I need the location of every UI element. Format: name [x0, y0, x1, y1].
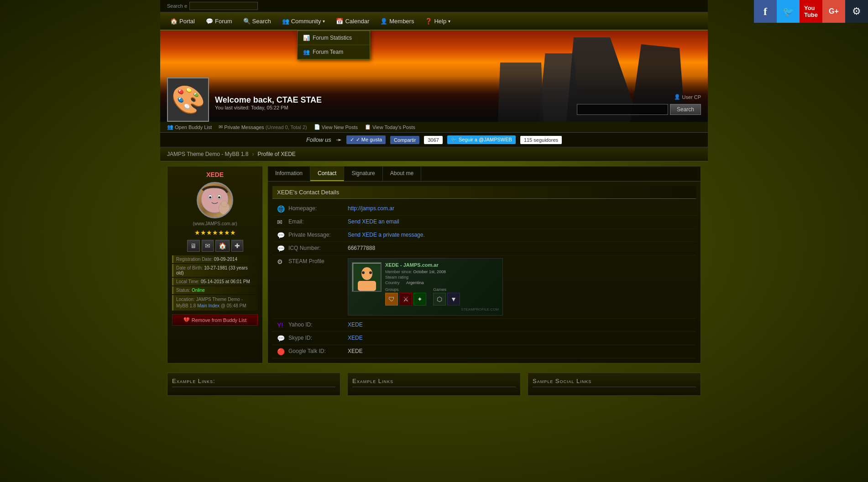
steam-info: XEDE - JAMPS.com.ar Member since: Octobe… [385, 262, 499, 311]
steam-avatar [352, 262, 382, 292]
svg-point-10 [362, 271, 365, 274]
tab-about-me[interactable]: About me [383, 166, 421, 181]
nav-search[interactable]: 🔍 Search [238, 14, 277, 28]
community-dropdown: 📊 Forum Statistics 👥 Forum Team [297, 31, 370, 60]
hero-welcome-text: Welcome back, CTAE STAE [215, 95, 322, 105]
user-cp-link[interactable]: 👤 User CP [674, 94, 701, 100]
new-posts-link[interactable]: 📄 View New Posts [314, 124, 358, 130]
skype-value[interactable]: XEDE [348, 335, 363, 341]
calendar-icon: 📅 [336, 18, 343, 25]
forum-team-icon: 👥 [303, 49, 310, 55]
remove-buddy-button[interactable]: 💔 Remove from Buddy List [172, 314, 258, 326]
hero-last-visited: You last visited: Today, 05:22 PM [215, 105, 322, 110]
example-links-2-title: Example Links [352, 378, 516, 387]
svg-rect-9 [358, 281, 376, 291]
hero-search-area: 👤 User CP Search [577, 104, 701, 115]
hero-search-button[interactable]: Search [670, 104, 701, 115]
googleplus-icon[interactable]: G+ [822, 0, 845, 23]
gtalk-row-icon: 🔴 [277, 348, 288, 355]
email-value[interactable]: Send XEDE an email [348, 218, 399, 225]
add-button[interactable]: ✚ [231, 240, 243, 252]
breadcrumb: JAMPS Theme Demo - MyBB 1.8 › Profile of… [160, 147, 708, 161]
twitter-follow-button[interactable]: 🐦 Seguir a @JAMPSWEB [447, 135, 516, 144]
location-info: Location: JAMPS Theme Demo - MyBB 1.8 Ma… [172, 295, 258, 311]
nav-portal[interactable]: 🏠 Portal [165, 14, 200, 28]
view-posts-button[interactable]: 🖥 [187, 240, 200, 252]
facebook-count: 3067 [424, 136, 442, 144]
profile-sidebar: XEDE [167, 166, 263, 363]
nav-help[interactable]: ❓ Help ▾ [419, 14, 456, 28]
steam-username: XEDE - JAMPS.com.ar [385, 262, 499, 268]
gtalk-value: XEDE [348, 348, 363, 354]
yahoo-row-icon: Y! [277, 321, 288, 329]
example-links-2-section: Example Links [347, 373, 521, 396]
main-index-link[interactable]: Main Index [197, 303, 220, 308]
profile-stars: ★★★★★★★ [172, 229, 258, 236]
nav-members[interactable]: 👤 Members [375, 14, 419, 28]
dropdown-forum-statistics[interactable]: 📊 Forum Statistics [298, 31, 370, 45]
contact-email-row: ✉ Email: Send XEDE an email [272, 216, 696, 229]
tab-contact[interactable]: Contact [310, 166, 344, 181]
dropdown-forum-team[interactable]: 👥 Forum Team [298, 45, 370, 59]
breadcrumb-separator: › [252, 151, 254, 157]
nav-calendar[interactable]: 📅 Calendar [330, 14, 375, 28]
twitter-icon[interactable]: 🐦 [777, 0, 800, 23]
steam-games: Games ⬡ ▼ [433, 287, 460, 306]
svg-point-4 [218, 196, 220, 198]
facebook-icon[interactable]: f [754, 0, 777, 23]
profile-avatar-container [172, 182, 258, 218]
facebook-like-button[interactable]: ✓ ✓ Me gusta [346, 135, 386, 144]
top-search-area: Search e [167, 2, 258, 10]
pm-value[interactable]: Send XEDE a private message. [348, 232, 425, 238]
hero-avatar: 🎨 [167, 78, 209, 122]
example-links-1-section: Example Links: [167, 373, 340, 396]
hero-search-input[interactable] [577, 104, 668, 115]
nav-community[interactable]: 👥 Community ▾ [277, 14, 331, 28]
pm-row-icon: 💬 [277, 232, 288, 239]
todays-posts-link[interactable]: 📋 View Today's Posts [365, 124, 415, 130]
homepage-row-icon: 🌐 [277, 205, 288, 212]
buddy-list-link[interactable]: 👥 Open Buddy List [167, 124, 212, 130]
steam-icon[interactable]: ⚙ [845, 0, 868, 23]
svg-point-6 [221, 200, 227, 207]
svg-point-3 [209, 196, 211, 198]
nav-forum[interactable]: 💬 Forum [200, 14, 238, 28]
pm-link[interactable]: ✉ Private Messages (Unread 0, Total 2) [219, 124, 307, 130]
youtube-icon[interactable]: YouTube [800, 0, 822, 23]
todays-posts-icon: 📋 [365, 124, 371, 130]
user-cp-icon: 👤 [674, 94, 680, 100]
soldier-4 [498, 62, 544, 122]
homepage-value[interactable]: http://jamps.com.ar [348, 205, 394, 212]
contact-gtalk-row: 🔴 Google Talk ID: XEDE [272, 345, 696, 358]
hero-banner: 🎨 Welcome back, CTAE STAE You last visit… [160, 31, 708, 122]
checkmark-icon: ✓ [350, 137, 354, 143]
contact-skype-row: 💬 Skype ID: XEDE [272, 332, 696, 345]
icq-value: 666777888 [348, 245, 375, 251]
help-icon: ❓ [425, 18, 432, 25]
dob-info: Date of Birth: 10-27-1981 (33 years old) [172, 264, 258, 277]
profile-content: Information Contact Signature About me X… [267, 166, 701, 363]
contact-homepage-row: 🌐 Homepage: http://jamps.com.ar [272, 202, 696, 216]
portal-icon: 🏠 [170, 18, 178, 25]
nav-bar: 🏠 Portal 💬 Forum 🔍 Search 👥 Community ▾ … [160, 12, 708, 31]
steam-profile-card[interactable]: XEDE - JAMPS.com.ar Member since: Octobe… [348, 258, 503, 316]
steam-game-1: ⬡ [433, 293, 446, 306]
facebook-share-button[interactable]: Compartir [390, 136, 419, 144]
buddy-list-icon: 👥 [167, 124, 173, 130]
steam-row-icon: ⚙ [277, 258, 288, 265]
local-time-info: Local Time: 05-14-2015 at 06:01 PM [172, 278, 258, 285]
profile-tabs: Information Contact Signature About me [268, 166, 701, 181]
tab-information[interactable]: Information [268, 166, 310, 181]
tab-signature[interactable]: Signature [344, 166, 382, 181]
send-message-button[interactable]: ✉ [202, 240, 214, 252]
breadcrumb-home[interactable]: JAMPS Theme Demo - MyBB 1.8 [167, 151, 249, 157]
profile-avatar [197, 182, 233, 218]
top-search-input[interactable] [189, 2, 258, 10]
forum-stats-icon: 📊 [303, 35, 310, 41]
steam-footer: STEAMPROFILE.COM [385, 307, 499, 311]
homepage-button[interactable]: 🏠 [215, 240, 230, 252]
yahoo-value[interactable]: XEDE [348, 321, 363, 328]
bottom-sections: Example Links: Example Links Sample Soci… [160, 373, 708, 396]
steam-badge-2: ⚔ [399, 293, 412, 306]
profile-username: XEDE [172, 171, 258, 178]
